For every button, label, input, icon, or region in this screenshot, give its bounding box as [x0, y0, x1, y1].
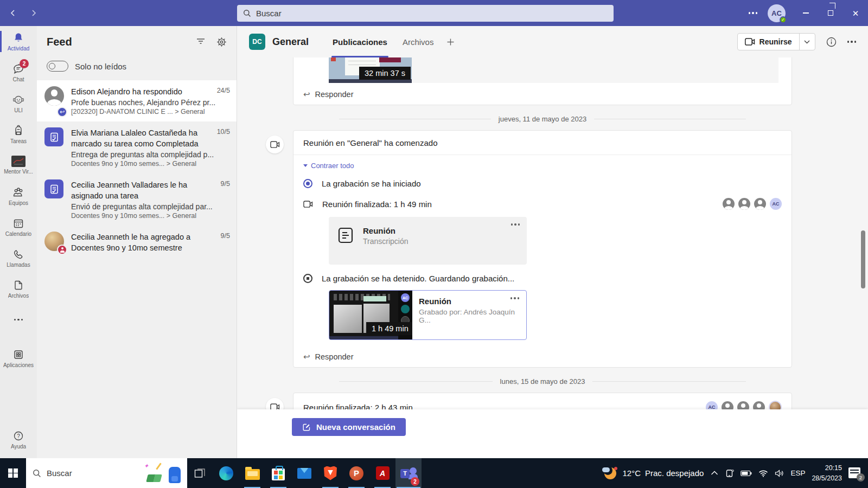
collapse-all-link[interactable]: Contraer todo — [303, 160, 782, 174]
assignment-icon — [44, 179, 63, 198]
compose-icon — [302, 423, 311, 432]
unread-toggle-label: Solo no leídos — [75, 62, 126, 71]
feed-item-task-assigned[interactable]: Cecilia Jeanneth Valladares le ha asigna… — [37, 174, 237, 226]
participant-avatar — [737, 401, 749, 409]
meeting-camera-icon — [266, 398, 284, 409]
taskbar-weather-widget[interactable]: 12°C Prac. despejado — [603, 466, 704, 480]
tab-publicaciones[interactable]: Publicaciones — [325, 26, 395, 57]
rail-item-llamadas[interactable]: Llamadas — [0, 242, 37, 273]
feed-item-title: Elvia Mariana Lalaleo Castañeda ha marca… — [71, 127, 213, 149]
feed-item-location: [202320] D-ANATOM CLINIC E ... > General — [71, 108, 230, 115]
rail-item-actividad[interactable]: Actividad — [0, 26, 37, 57]
add-tab-button[interactable] — [441, 26, 460, 57]
scrollbar[interactable] — [861, 230, 865, 288]
meet-options-chevron[interactable] — [799, 34, 815, 50]
feed-item-title: Cecilia Jeanneth le ha agregado a Docent… — [71, 232, 216, 253]
start-button[interactable] — [0, 458, 26, 488]
rail-label: Archivos — [8, 293, 29, 299]
taskbar-acrobat-icon[interactable]: A — [369, 458, 395, 488]
reply-button[interactable]: ↩ Responder — [293, 83, 792, 105]
recording-stopped-icon — [303, 274, 312, 283]
language-indicator[interactable]: ESP — [790, 469, 805, 477]
taskbar-edge-icon[interactable] — [213, 458, 239, 488]
taskbar-clock[interactable]: 20:15 28/5/2023 — [812, 463, 842, 483]
titlebar-more-icon[interactable] — [742, 12, 764, 14]
taskbar-teams-icon[interactable]: T 2 — [395, 458, 422, 488]
tray-volume-icon[interactable] — [775, 470, 784, 477]
post-card-partial: AC 32 min 37 s Grabado por: Andrés Joaqu… — [293, 57, 792, 105]
meet-button-label: Reunirse — [760, 37, 792, 46]
rail-item-chat[interactable]: Chat 2 — [0, 57, 37, 88]
reply-button[interactable]: ↩ Responder — [293, 345, 792, 367]
taskbar-file-explorer-icon[interactable] — [239, 458, 265, 488]
recording-duration-badge: 1 h 49 min — [366, 322, 412, 335]
user-avatar[interactable]: AC ✓ — [768, 4, 786, 22]
forward-arrow-icon[interactable] — [26, 5, 41, 21]
taskbar-search-input[interactable]: Buscar ✦ — [26, 458, 187, 488]
tray-battery-icon[interactable] — [741, 470, 752, 477]
participant-photo-avatar — [769, 401, 782, 409]
channel-more-icon[interactable] — [847, 41, 857, 43]
minimize-button[interactable] — [793, 0, 818, 26]
participant-avatars[interactable]: AC — [723, 198, 782, 210]
taskbar-mail-icon[interactable] — [291, 458, 317, 488]
task-view-button[interactable] — [187, 458, 213, 488]
feed-item-preview: Entrega de preguntas alta complejidad p.… — [71, 150, 230, 159]
reply-arrow-icon: ↩ — [303, 352, 310, 362]
tray-wifi-icon[interactable] — [758, 470, 768, 477]
rail-item-calendario[interactable]: Calendario — [0, 211, 37, 242]
transcript-tile[interactable]: Reunión Transcripción — [329, 217, 527, 265]
teams-search-input[interactable]: Buscar — [237, 5, 614, 22]
search-icon — [243, 9, 251, 17]
channel-title: General — [272, 36, 309, 48]
rail-item-equipos[interactable]: Equipos — [0, 181, 37, 211]
meeting-camera-icon — [266, 136, 284, 153]
gear-icon[interactable] — [216, 37, 227, 47]
feed-item-reply[interactable]: ↩ Edison Alejandro ha respondido 24/5 Pr… — [37, 80, 237, 121]
channel-info-icon[interactable] — [826, 37, 837, 47]
rail-item-archivos[interactable]: Archivos — [0, 273, 37, 304]
assignment-icon — [44, 127, 63, 146]
rail-item-aplicaciones[interactable]: Aplicaciones — [0, 343, 37, 374]
tray-phone-link-icon[interactable] — [725, 469, 734, 478]
toggle-knob — [49, 63, 55, 69]
date-divider: lunes, 15 de mayo de 2023 — [293, 376, 792, 386]
rail-item-mentor-virtual[interactable]: Mentor Vir... — [0, 150, 37, 181]
feed-item-title: Cecilia Jeanneth Valladares le ha asigna… — [71, 179, 216, 201]
tray-chevron-up-icon[interactable] — [711, 471, 718, 476]
channel-view: DC General Publicaciones Archivos Reunir… — [237, 26, 868, 458]
feed-item-task-completed[interactable]: Elvia Mariana Lalaleo Castañeda ha marca… — [37, 121, 237, 174]
meeting-recording-tile[interactable]: AC 1 h 49 min Reunión Grabado por: André… — [329, 290, 527, 340]
restore-button[interactable] — [818, 0, 843, 26]
taskbar-microsoft-store-icon[interactable] — [265, 458, 291, 488]
new-conversation-button[interactable]: Nueva conversación — [292, 418, 406, 436]
feed-item-added-to-team[interactable]: Cecilia Jeanneth le ha agregado a Docent… — [37, 226, 237, 259]
backpack-icon — [12, 125, 24, 137]
back-arrow-icon[interactable] — [5, 5, 21, 21]
restore-icon — [828, 10, 833, 16]
message-scroll-area[interactable]: AC 32 min 37 s Grabado por: Andrés Joaqu… — [237, 57, 868, 409]
rail-item-tareas[interactable]: Tareas — [0, 119, 37, 150]
transcript-more-icon[interactable] — [511, 223, 520, 226]
meet-button[interactable]: Reunirse — [738, 34, 799, 50]
tab-archivos[interactable]: Archivos — [395, 26, 442, 57]
unread-only-toggle[interactable] — [47, 61, 68, 72]
rail-label: Chat — [12, 76, 24, 82]
rail-label: ULI — [14, 107, 23, 113]
feed-item-title: Edison Alejandro ha respondido — [71, 86, 213, 97]
transcript-subtitle: Transcripción — [363, 237, 409, 246]
participant-avatars[interactable]: AC — [706, 401, 782, 409]
notification-center-icon[interactable]: 2 — [848, 467, 863, 479]
more-apps-icon — [14, 319, 23, 321]
rail-item-more-apps[interactable] — [0, 304, 37, 335]
recording-thumbnail[interactable]: AC 32 min 37 s — [329, 57, 412, 83]
close-button[interactable]: ✕ — [843, 0, 868, 26]
participant-avatar-ac: AC — [706, 401, 718, 409]
taskbar-powerpoint-icon[interactable]: P — [343, 458, 369, 488]
weather-description: Prac. despejado — [645, 468, 704, 478]
rail-item-uli[interactable]: ULI — [0, 88, 37, 119]
rail-item-ayuda[interactable]: ? Ayuda — [0, 424, 37, 455]
taskbar-brave-icon[interactable] — [317, 458, 343, 488]
recording-more-icon[interactable] — [510, 297, 520, 299]
filter-icon[interactable] — [196, 37, 206, 47]
